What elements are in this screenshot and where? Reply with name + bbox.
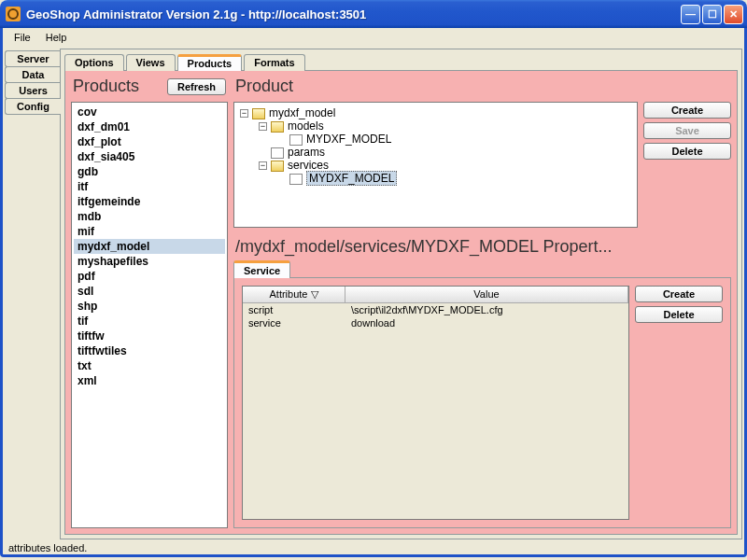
product-list-item[interactable]: sdl (74, 284, 225, 299)
props-create-button[interactable]: Create (635, 286, 723, 302)
refresh-button[interactable]: Refresh (167, 78, 226, 95)
product-create-button[interactable]: Create (643, 102, 731, 119)
window-title: GeoShop Administrator Version 2.1g - htt… (24, 7, 681, 21)
cell-attr: service (243, 316, 345, 329)
table-row[interactable]: script\script\il2dxf\MYDXF_MODEL.cfg (243, 303, 628, 316)
menu-file[interactable]: File (7, 30, 38, 45)
cell-val: \script\il2dxf\MYDXF_MODEL.cfg (345, 303, 628, 316)
tree-toggle-icon[interactable]: − (259, 161, 267, 170)
tab-service[interactable]: Service (233, 260, 290, 278)
htab-views[interactable]: Views (126, 54, 176, 71)
tree-toggle-icon[interactable]: − (259, 122, 267, 131)
product-list-item[interactable]: dxf_dm01 (74, 119, 225, 134)
tree-services[interactable]: services (288, 159, 329, 172)
col-value[interactable]: Value (345, 287, 628, 302)
maximize-button[interactable]: ☐ (702, 5, 722, 24)
file-icon (289, 134, 303, 146)
folder-icon (271, 161, 284, 172)
product-list-item[interactable]: gdb (74, 164, 225, 179)
product-list-item[interactable]: cov (74, 105, 225, 119)
folder-icon (252, 108, 265, 119)
app-icon (6, 7, 21, 21)
product-delete-button[interactable]: Delete (643, 143, 731, 160)
product-list-item[interactable]: itf (74, 179, 225, 194)
product-list-item[interactable]: dxf_plot (74, 134, 225, 149)
vtab-data[interactable]: Data (5, 66, 61, 83)
product-list-item[interactable]: xml (74, 373, 225, 388)
properties-title: /mydxf_model/services/MYDXF_MODEL Proper… (233, 237, 731, 257)
product-list-item[interactable]: mdb (74, 209, 225, 224)
product-list-item[interactable]: tif (74, 314, 225, 329)
menu-help[interactable]: Help (38, 30, 75, 45)
side-tabs: Server Data Users Config (5, 49, 61, 539)
tree-models[interactable]: models (288, 119, 324, 133)
top-tabs: Options Views Products Formats (61, 49, 741, 70)
product-save-button: Save (643, 122, 731, 139)
vtab-config[interactable]: Config (5, 98, 61, 115)
product-list-item[interactable]: txt (74, 358, 225, 373)
close-button[interactable]: ✕ (724, 5, 743, 24)
properties-table[interactable]: Attribute ▽ Value script\script\il2dxf\M… (242, 286, 629, 520)
products-list[interactable]: covdxf_dm01dxf_plotdxf_sia405gdbitfitfge… (71, 102, 228, 528)
file-icon (289, 174, 303, 185)
product-list-item[interactable]: myshapefiles (74, 254, 225, 269)
product-list-item[interactable]: mif (74, 224, 225, 239)
vtab-server[interactable]: Server (5, 50, 61, 67)
product-list-item[interactable]: mydxf_model (74, 239, 225, 254)
minimize-button[interactable]: — (681, 5, 700, 24)
tree-root[interactable]: mydxf_model (269, 106, 335, 119)
product-list-item[interactable]: shp (74, 299, 225, 314)
htab-options[interactable]: Options (64, 54, 124, 71)
htab-formats[interactable]: Formats (244, 54, 304, 71)
product-list-item[interactable]: pdf (74, 269, 225, 284)
products-heading: Products (73, 77, 139, 96)
folder-icon (271, 121, 284, 133)
menu-bar: File Help (0, 28, 747, 47)
tree-models-child[interactable]: MYDXF_MODEL (306, 133, 391, 146)
product-tree[interactable]: −mydxf_model −models MYDXF_MODEL params (233, 102, 638, 228)
product-list-item[interactable]: itfgemeinde (74, 194, 225, 209)
title-bar: GeoShop Administrator Version 2.1g - htt… (0, 0, 747, 28)
product-list-item[interactable]: tiftfw (74, 329, 225, 343)
file-icon (271, 147, 284, 159)
htab-products[interactable]: Products (177, 54, 243, 71)
product-heading: Product (233, 77, 731, 96)
cell-val: download (345, 316, 628, 329)
cell-attr: script (243, 303, 345, 316)
tree-params[interactable]: params (288, 146, 325, 159)
tree-services-child[interactable]: MYDXF_MODEL (306, 171, 397, 186)
product-list-item[interactable]: dxf_sia405 (74, 149, 225, 164)
col-attribute[interactable]: Attribute ▽ (243, 287, 345, 302)
tree-toggle-icon[interactable]: − (240, 109, 248, 118)
status-bar: attributes loaded. (0, 541, 747, 557)
table-row[interactable]: servicedownload (243, 316, 628, 329)
product-list-item[interactable]: tiftfwtiles (74, 343, 225, 358)
props-delete-button[interactable]: Delete (635, 306, 723, 323)
vtab-users[interactable]: Users (5, 82, 61, 99)
